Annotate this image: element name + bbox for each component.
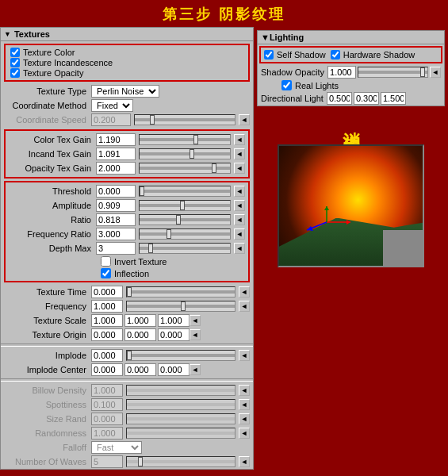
ratio-input[interactable]: 0.818 <box>96 213 136 226</box>
frequency-ratio-slider[interactable] <box>139 228 231 240</box>
ratio-slider[interactable] <box>139 214 231 225</box>
incand-tex-gain-slider[interactable] <box>139 148 231 159</box>
implode-btn[interactable]: ◄ <box>239 350 250 361</box>
texture-origin-y-input[interactable] <box>124 328 156 341</box>
implode-center-label: Implode Center <box>4 365 91 374</box>
opacity-tex-gain-btn[interactable]: ◄ <box>234 163 245 174</box>
threshold-btn[interactable]: ◄ <box>234 186 245 197</box>
billow-density-slider <box>126 385 235 396</box>
invert-texture-checkbox[interactable] <box>101 256 111 267</box>
self-shadow-label: Self Shadow <box>277 50 326 60</box>
depth-max-btn[interactable]: ◄ <box>234 243 245 254</box>
amplitude-label: Amplitude <box>9 201 96 210</box>
threshold-row: Threshold 0.000 ◄ <box>6 184 248 198</box>
texture-origin-x-input[interactable] <box>91 328 123 341</box>
coord-speed-slider[interactable] <box>134 114 235 125</box>
texture-opacity-checkbox[interactable] <box>10 68 20 78</box>
implode-input[interactable] <box>91 349 123 362</box>
num-waves-input[interactable] <box>91 455 123 468</box>
randomness-btn[interactable]: ◄ <box>239 428 250 439</box>
lighting-collapse-arrow[interactable]: ▼ <box>261 33 270 42</box>
coord-speed-btn[interactable]: ◄ <box>239 114 250 125</box>
texture-scale-z-input[interactable] <box>158 314 190 327</box>
color-tex-gain-row: Color Tex Gain 1.190 ◄ <box>6 132 248 147</box>
texture-color-checkbox[interactable] <box>10 48 20 57</box>
texture-color-label: Texture Color <box>23 48 75 57</box>
texture-time-slider[interactable] <box>126 286 235 298</box>
texture-type-dropdown[interactable]: Perlin Noise <box>91 85 159 98</box>
billow-density-row: Billow Density ◄ <box>1 383 253 397</box>
self-shadow-checkbox[interactable] <box>264 50 274 60</box>
opacity-tex-gain-input[interactable]: 2.000 <box>96 162 136 175</box>
ratio-btn[interactable]: ◄ <box>234 214 245 225</box>
amplitude-input[interactable]: 0.909 <box>96 199 136 212</box>
shadow-opacity-slider[interactable] <box>358 67 428 78</box>
inflection-checkbox[interactable] <box>101 268 111 278</box>
coord-speed-input[interactable]: 0.200 <box>91 113 131 126</box>
dir-light-z-input[interactable] <box>381 92 406 105</box>
texture-origin-btn[interactable]: ◄ <box>190 329 201 340</box>
gain-group: Color Tex Gain 1.190 ◄ Incand Tex Gain 1… <box>4 129 250 178</box>
texture-incandescence-checkbox[interactable] <box>10 58 20 67</box>
size-rand-btn[interactable]: ◄ <box>239 413 250 424</box>
texture-scale-y-input[interactable] <box>124 314 156 327</box>
implode-slider[interactable] <box>126 350 235 361</box>
texture-time-row: Texture Time ◄ <box>1 285 253 299</box>
depth-max-slider[interactable] <box>139 243 231 254</box>
shadow-opacity-input[interactable]: 1.000 <box>327 66 356 79</box>
frequency-slider[interactable] <box>126 301 235 312</box>
amplitude-slider[interactable] <box>139 200 231 211</box>
randomness-input[interactable] <box>91 427 123 440</box>
amplitude-btn[interactable]: ◄ <box>234 200 245 211</box>
texture-color-row: Texture Color <box>10 48 243 57</box>
incand-tex-gain-input[interactable]: 1.091 <box>96 148 136 160</box>
color-tex-gain-slider[interactable] <box>139 134 231 145</box>
dir-light-x-input[interactable] <box>327 92 352 105</box>
frequency-ratio-input[interactable]: 3.000 <box>96 228 136 240</box>
texture-scale-x-input[interactable] <box>91 314 123 327</box>
threshold-slider[interactable] <box>139 186 231 197</box>
billow-density-input[interactable] <box>91 384 123 397</box>
texture-scale-btn[interactable]: ◄ <box>190 315 201 326</box>
depth-max-input[interactable]: 3 <box>96 242 136 255</box>
implode-center-y-input[interactable] <box>124 363 156 376</box>
falloff-dropdown[interactable]: Fast Linear Smooth <box>91 441 142 454</box>
texture-time-input[interactable] <box>91 286 123 298</box>
coord-method-dropdown[interactable]: Fixed <box>91 99 133 112</box>
size-rand-input[interactable] <box>91 413 123 425</box>
shadow-opacity-label: Shadow Opacity <box>261 67 324 77</box>
opacity-tex-gain-slider[interactable] <box>139 163 231 174</box>
spottiness-input[interactable] <box>91 398 123 411</box>
implode-center-btn[interactable]: ◄ <box>190 364 201 375</box>
color-tex-gain-btn[interactable]: ◄ <box>234 134 245 145</box>
texture-scale-label: Texture Scale <box>4 316 91 325</box>
falloff-row: Falloff Fast Linear Smooth <box>1 440 253 455</box>
frequency-input[interactable] <box>91 300 123 313</box>
hardware-shadow-checkbox[interactable] <box>331 50 340 60</box>
divider1 <box>1 344 253 347</box>
frequency-row: Frequency ◄ <box>1 299 253 313</box>
dir-light-y-input[interactable] <box>354 92 379 105</box>
implode-center-row: Implode Center ◄ <box>1 363 253 377</box>
spottiness-label: Spottiness <box>4 400 91 409</box>
texture-origin-z-input[interactable] <box>158 328 190 341</box>
frequency-btn[interactable]: ◄ <box>239 301 250 312</box>
ratio-row: Ratio 0.818 ◄ <box>6 213 248 227</box>
num-waves-btn[interactable]: ◄ <box>239 456 250 467</box>
spottiness-btn[interactable]: ◄ <box>239 399 250 410</box>
threshold-input[interactable]: 0.000 <box>96 185 136 198</box>
textures-collapse-arrow[interactable]: ▼ <box>4 30 11 38</box>
color-tex-gain-input[interactable]: 1.190 <box>96 133 136 146</box>
billow-density-btn[interactable]: ◄ <box>239 385 250 396</box>
implode-center-x-input[interactable] <box>91 363 123 376</box>
texture-time-btn[interactable]: ◄ <box>239 286 250 298</box>
real-lights-checkbox[interactable] <box>281 80 292 90</box>
frequency-ratio-btn[interactable]: ◄ <box>234 228 245 240</box>
coord-speed-label: Coordinate Speed <box>4 115 91 125</box>
shadow-opacity-btn[interactable]: ◄ <box>430 67 441 78</box>
svg-marker-5 <box>324 206 329 210</box>
falloff-label: Falloff <box>4 443 91 452</box>
incand-tex-gain-label: Incand Tex Gain <box>9 149 96 159</box>
implode-center-z-input[interactable] <box>158 363 190 376</box>
incand-tex-gain-btn[interactable]: ◄ <box>234 148 245 159</box>
